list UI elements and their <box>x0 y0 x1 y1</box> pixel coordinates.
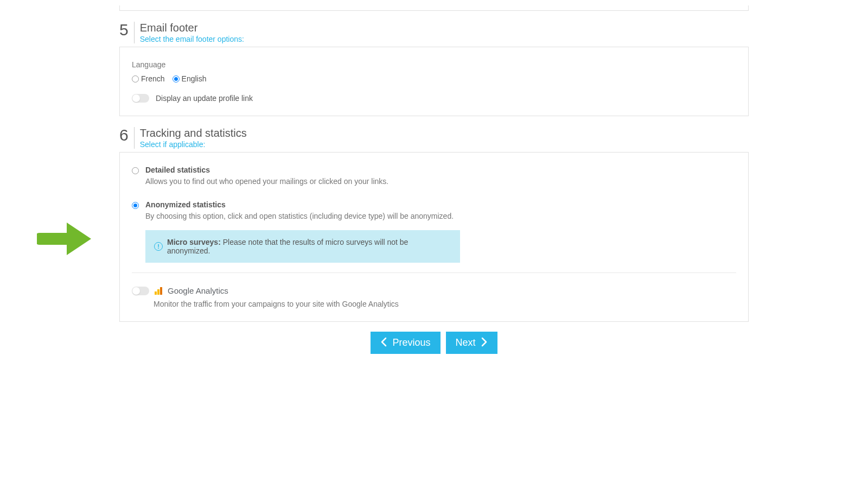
info-icon: ! <box>154 242 163 251</box>
update-profile-toggle-row: Display an update profile link <box>132 94 736 103</box>
step-5-subtitle: Select the email footer options: <box>140 35 244 43</box>
radio-icon <box>132 75 139 83</box>
radio-icon <box>132 167 139 174</box>
radio-label-french: French <box>141 74 165 83</box>
step-6-header: 6 Tracking and statistics Select if appl… <box>119 127 749 149</box>
step-5-title: Email footer <box>140 22 244 34</box>
radio-label-english: English <box>182 74 207 83</box>
google-analytics-toggle[interactable] <box>132 287 149 295</box>
section-divider-line <box>132 272 736 273</box>
step-number: 6 <box>119 127 134 143</box>
email-footer-card: Language French English Display an updat… <box>119 47 749 116</box>
wizard-nav: Previous Next <box>119 332 749 354</box>
arrow-annotation <box>37 217 97 261</box>
anonymized-stats-desc: By choosing this option, click and open … <box>145 211 736 222</box>
stats-option-detailed[interactable]: Detailed statistics Allows you to find o… <box>132 166 736 187</box>
language-label: Language <box>132 60 736 69</box>
step-number: 5 <box>119 22 134 38</box>
stats-option-anonymized[interactable]: Anonymized statistics By choosing this o… <box>132 200 736 263</box>
google-analytics-row: Google Analytics <box>132 286 736 295</box>
google-analytics-icon <box>155 287 162 295</box>
radio-icon <box>132 202 139 209</box>
tracking-statistics-card: Detailed statistics Allows you to find o… <box>119 152 749 322</box>
next-button[interactable]: Next <box>446 332 497 354</box>
language-radio-group: French English <box>132 74 736 83</box>
info-strong-text: Micro surveys: <box>167 238 221 246</box>
update-profile-toggle[interactable] <box>132 94 149 103</box>
previous-card-bottom-edge <box>119 5 749 11</box>
step-6-title: Tracking and statistics <box>140 127 247 139</box>
detailed-stats-title: Detailed statistics <box>145 166 736 174</box>
google-analytics-brand: Google Analytics <box>168 286 228 295</box>
step-6-subtitle: Select if applicable: <box>140 140 247 149</box>
step-5-header: 5 Email footer Select the email footer o… <box>119 22 749 43</box>
header-divider <box>134 22 135 43</box>
google-analytics-desc: Monitor the traffic from your campaigns … <box>154 300 736 308</box>
language-radio-french[interactable]: French <box>132 74 165 83</box>
language-radio-english[interactable]: English <box>173 74 207 83</box>
previous-button-label: Previous <box>392 337 430 348</box>
chevron-left-icon <box>380 337 387 348</box>
next-button-label: Next <box>456 337 476 348</box>
radio-icon <box>173 75 180 83</box>
update-profile-toggle-label: Display an update profile link <box>156 94 253 103</box>
micro-surveys-info: ! Micro surveys: Please note that the re… <box>145 230 460 263</box>
detailed-stats-desc: Allows you to find out who opened your m… <box>145 176 736 187</box>
previous-button[interactable]: Previous <box>371 332 440 354</box>
anonymized-stats-title: Anonymized statistics <box>145 200 736 209</box>
chevron-right-icon <box>481 337 488 348</box>
header-divider <box>134 127 135 149</box>
